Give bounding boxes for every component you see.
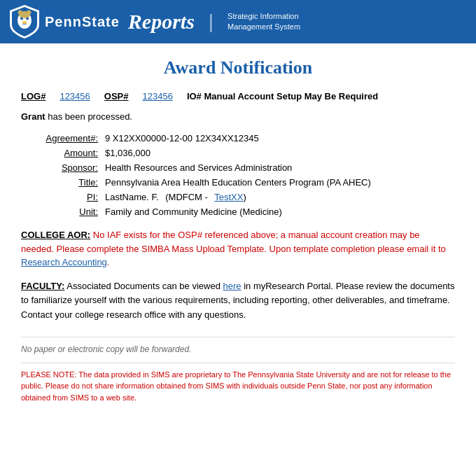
io-text: Manual Account Setup May Be Required — [204, 91, 378, 102]
university-name: PennState — [45, 14, 120, 30]
page-title: Award Notification — [21, 57, 455, 78]
main-content: Award Notification LOG# 123456 OSP# 1234… — [0, 43, 476, 414]
faculty-label: FACULTY: — [21, 281, 64, 291]
amount-value: $1,036,000 — [105, 148, 455, 158]
faculty-section: FACULTY: Associated Documents can be vie… — [21, 279, 455, 323]
pi-name: LastName. F. — [105, 192, 159, 202]
site-header: PennState Reports | Strategic Informatio… — [0, 0, 476, 43]
agreement-row: Agreement#: 9 X12XX00000-12-00 12X34XX12… — [42, 133, 455, 144]
sponsor-row: Sponsor: Health Resources and Services A… — [42, 162, 455, 173]
osp-number-link[interactable]: 123456 — [142, 91, 172, 102]
penn-state-shield-icon — [10, 5, 39, 38]
sims-label: Strategic Information Management System — [227, 11, 300, 33]
io-label: IO# — [187, 91, 202, 102]
faculty-text-before: Associated Documents can be viewed — [64, 281, 223, 291]
grant-word: Grant — [21, 111, 46, 122]
here-link[interactable]: here — [223, 281, 241, 291]
unit-row: Unit: Family and Community Medicine (Med… — [42, 206, 455, 217]
osp-label: OSP# — [104, 91, 129, 102]
details-section: Agreement#: 9 X12XX00000-12-00 12X34XX12… — [42, 133, 455, 217]
grant-line: Grant has been processed. — [21, 111, 455, 122]
agreement-label: Agreement#: — [42, 133, 105, 144]
pi-close: ) — [243, 192, 246, 202]
pi-label: PI: — [42, 192, 105, 202]
amount-row: Amount: $1,036,000 — [42, 148, 455, 158]
unit-label: Unit: — [42, 206, 105, 217]
grant-suffix: has been processed. — [46, 111, 132, 122]
agreement-value: 9 X12XX00000-12-00 12X34XX12345 — [105, 133, 455, 144]
log-number-link[interactable]: 123456 — [59, 91, 90, 102]
sponsor-label: Sponsor: — [42, 162, 105, 173]
amount-label: Amount: — [42, 148, 105, 158]
pi-link[interactable]: TestXX — [214, 192, 243, 202]
io-section: IO# Manual Account Setup May Be Required — [187, 91, 378, 102]
unit-value: Family and Community Medicine (Medicine) — [105, 206, 455, 217]
pi-code: (MDFCM - — [165, 192, 208, 202]
college-aor-section: COLLEGE AOR: No IAF exists for the OSP# … — [21, 228, 455, 270]
research-accounting-link[interactable]: Research Accounting — [21, 257, 107, 267]
title-label: Title: — [42, 177, 105, 188]
college-aor-end: . — [107, 257, 110, 267]
log-osp-io-bar: LOG# 123456 OSP# 123456 IO# Manual Accou… — [21, 91, 455, 102]
please-note-notice: PLEASE NOTE: The data provided in SIMS a… — [21, 363, 455, 404]
title-row: Title: Pennsylvania Area Health Educatio… — [42, 177, 455, 188]
logo-area: PennState — [10, 5, 120, 38]
no-paper-notice: No paper or electronic copy will be forw… — [21, 337, 455, 354]
pi-row: PI: LastName. F. (MDFCM - TestXX) — [42, 192, 455, 202]
header-pipe-divider: | — [209, 10, 214, 33]
log-label: LOG# — [21, 91, 46, 102]
system-title: Reports — [128, 10, 195, 34]
pi-value: LastName. F. (MDFCM - TestXX) — [105, 192, 455, 202]
svg-point-3 — [22, 21, 27, 24]
title-value: Pennsylvania Area Health Education Cente… — [105, 177, 455, 188]
college-aor-label: COLLEGE AOR: — [21, 230, 90, 240]
sponsor-value: Health Resources and Services Administra… — [105, 162, 455, 173]
